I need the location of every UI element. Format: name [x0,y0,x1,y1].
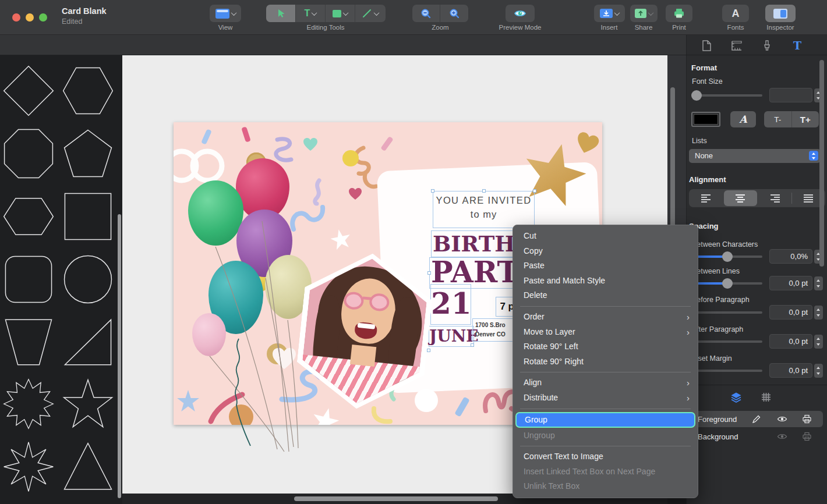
balloon-green[interactable] [188,180,243,246]
panel-scrollbar[interactable] [819,60,824,267]
inset-margin-slider[interactable] [691,370,762,372]
between-characters-slider[interactable] [691,255,762,258]
shape-starburst[interactable] [2,377,55,431]
shape-square[interactable] [61,190,115,243]
shape-rounded-square[interactable] [2,253,55,306]
align-right-button[interactable] [758,189,792,207]
scrollbar-thumb[interactable] [294,496,498,501]
share-button[interactable] [630,5,658,22]
sidebar-scrollbar[interactable] [118,214,121,498]
minimize-window-button[interactable] [26,13,34,22]
tab-geometry[interactable] [729,38,744,52]
menu-item-rotate-right[interactable]: Rotate 90° Right [513,354,698,370]
after-paragraph-slider[interactable] [691,340,762,343]
month-text-box[interactable]: JUNE [429,326,474,347]
between-lines-field[interactable]: 0,0 pt [769,276,812,290]
invite-text-box[interactable]: YOU ARE INVITED to my [433,191,535,228]
slider-knob[interactable] [722,251,733,262]
inset-margin-field[interactable]: 0,0 pt [769,363,812,378]
shape-right-triangle[interactable] [61,315,115,369]
align-left-button[interactable] [689,189,723,207]
before-paragraph-field[interactable]: 0,0 pt [769,305,812,320]
after-paragraph-field[interactable]: 0,0 pt [769,334,812,349]
tab-document[interactable] [699,38,714,52]
line-tool-button[interactable] [355,5,385,22]
layer-row-background[interactable]: Background [691,428,823,445]
slider-knob[interactable] [722,278,733,289]
menu-item-move-to-layer[interactable]: Move to Layer› [513,325,698,340]
shape-octagon[interactable] [2,127,55,180]
menu-item-delete[interactable]: Delete [513,288,698,303]
close-window-button[interactable] [12,13,20,22]
menu-item-order[interactable]: Order› [513,310,698,325]
menu-item-distribute[interactable]: Distribute› [513,391,698,406]
shape-star-5[interactable] [61,377,115,431]
menu-item-convert-text-to-image[interactable]: Convert Text to Image [513,449,698,464]
font-size-field[interactable] [769,88,812,102]
printable-icon[interactable] [802,432,812,441]
decrease-font-button[interactable]: T- [764,111,792,127]
zoom-out-button[interactable] [412,5,440,22]
layer-row-foreground[interactable]: Foreground [691,411,823,427]
address-text-box[interactable]: 1700 S.Bro Denver CO [472,318,515,342]
printable-icon[interactable] [802,414,812,424]
menu-item-paste[interactable]: Paste [513,258,698,274]
shape-trapezoid[interactable] [2,315,55,369]
fonts-button[interactable]: A [722,5,749,22]
tab-layers[interactable] [730,391,744,404]
visibility-eye-icon[interactable] [777,415,787,423]
shape-triangle[interactable] [61,440,115,494]
selection-handle[interactable] [533,189,536,193]
pointer-icon [275,8,286,19]
menu-item-cut[interactable]: Cut [513,229,698,244]
stepper[interactable] [814,364,823,378]
font-color-well[interactable] [691,112,720,127]
selection-handle[interactable] [427,349,430,352]
shape-star-8[interactable] [2,440,55,494]
source-pane-bar: a 100% [0,35,686,55]
shape-circle[interactable] [61,253,115,306]
between-lines-slider[interactable] [691,282,762,285]
tab-grid[interactable] [760,391,774,404]
selection-handle[interactable] [431,189,434,193]
stepper[interactable] [814,306,823,320]
before-paragraph-slider[interactable] [691,311,762,314]
shape-hexagon[interactable] [61,64,115,118]
shape-pentagon[interactable] [61,127,115,180]
font-panel-button[interactable]: A [730,111,756,127]
between-characters-field[interactable]: 0,0% [769,249,812,264]
pointer-tool-button[interactable] [266,5,296,22]
shape-tool-button[interactable] [326,5,355,22]
shape-diamond[interactable] [2,64,55,118]
view-button[interactable] [210,5,241,22]
menu-item-rotate-left[interactable]: Rotate 90° Left [513,339,698,354]
day-text-box[interactable]: 21 [430,284,471,325]
menu-item-group[interactable]: Group [515,412,695,428]
print-button[interactable] [666,5,692,22]
stepper[interactable] [814,335,823,349]
align-center-button[interactable] [724,190,758,206]
zoom-in-button[interactable] [440,5,468,22]
stepper[interactable] [814,276,823,290]
shape-hexagon-wide[interactable] [2,190,55,243]
selection-handle[interactable] [471,343,474,347]
tab-text[interactable]: T [790,38,805,52]
day-number: 21 [431,285,471,323]
preview-mode-button[interactable] [506,5,535,22]
increase-font-button[interactable]: T+ [792,111,819,127]
selection-handle[interactable] [482,189,486,193]
lists-dropdown[interactable]: None [689,149,821,163]
visibility-eye-icon[interactable] [777,432,787,441]
pencil-icon[interactable] [752,414,761,424]
menu-item-copy[interactable]: Copy [513,244,698,259]
menu-item-paste-match-style[interactable]: Paste and Match Style [513,274,698,289]
photo-frame[interactable] [293,247,437,416]
font-size-slider[interactable] [691,94,762,97]
text-tool-button[interactable]: T [296,5,326,22]
menu-item-align[interactable]: Align› [513,375,698,391]
tab-appearance[interactable] [759,38,775,52]
slider-knob[interactable] [691,90,702,101]
inspector-button[interactable] [765,5,796,22]
zoom-window-button[interactable] [39,13,47,22]
insert-button[interactable] [594,5,625,22]
